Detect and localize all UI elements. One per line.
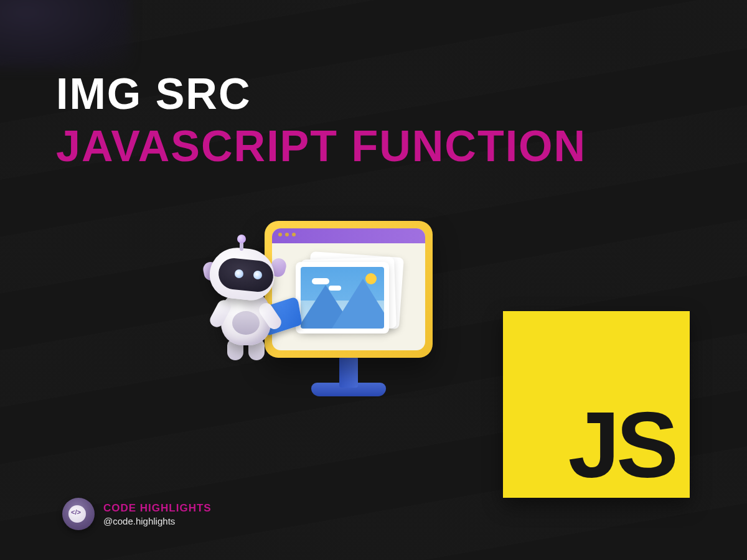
avatar (62, 498, 95, 530)
heading-line-2: JAVASCRIPT FUNCTION (56, 123, 586, 170)
content-layer: IMG SRC JAVASCRIPT FUNCTION (0, 0, 747, 560)
image-stack-icon (296, 254, 402, 335)
monitor-stand-neck (339, 357, 358, 388)
robot-mascot-icon (196, 240, 289, 370)
heading-line-1: IMG SRC (56, 72, 586, 118)
brand-name: CODE HIGHLIGHTS (103, 502, 212, 515)
attribution-text: CODE HIGHLIGHTS @code.highlights (103, 502, 212, 526)
javascript-logo: JS (503, 311, 690, 498)
main-heading: IMG SRC JAVASCRIPT FUNCTION (56, 72, 586, 170)
social-handle: @code.highlights (103, 516, 212, 526)
attribution: CODE HIGHLIGHTS @code.highlights (62, 498, 212, 530)
monitor-screen (272, 228, 425, 350)
hero-illustration (209, 208, 445, 420)
monitor-icon (265, 221, 433, 358)
window-dots (278, 233, 296, 236)
js-logo-text: JS (568, 398, 675, 492)
